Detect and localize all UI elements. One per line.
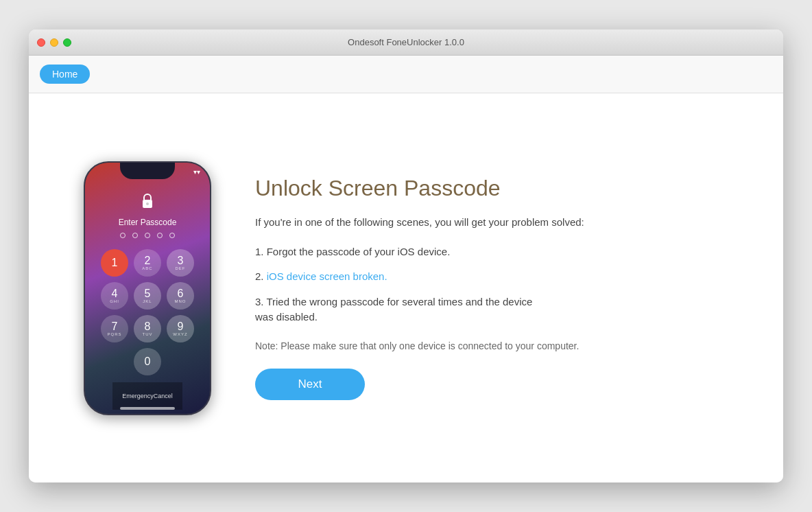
next-button[interactable]: Next (255, 369, 365, 400)
main-content: ▾▾ Enter Passcode (29, 93, 783, 482)
cancel-label: Cancel (154, 393, 173, 399)
key-2: 2 ABC (134, 249, 161, 277)
scene-3: 3. Tried the wrong passcode for several … (255, 294, 742, 325)
intro-paragraph: If you're in one of the following scenes… (255, 215, 742, 231)
app-window: Ondesoft FoneUnlocker 1.0.0 Home ▾▾ (29, 30, 783, 482)
topbar: Home (29, 56, 783, 93)
key-8: 8 TUV (134, 315, 161, 342)
dot-2 (132, 233, 138, 238)
wifi-icon: ▾▾ (193, 168, 200, 176)
key-1: 1 (101, 249, 128, 277)
info-text-panel: Unlock Screen Passcode If you're in one … (255, 176, 742, 400)
key-4: 4 GHI (101, 282, 128, 310)
phone-device: ▾▾ Enter Passcode (84, 161, 211, 415)
emergency-label: Emergency (122, 393, 154, 399)
dot-4 (157, 233, 163, 238)
dot-1 (120, 233, 126, 238)
content-area: Home ▾▾ (29, 56, 783, 482)
status-bar: ▾▾ (193, 168, 200, 176)
lock-icon-wrap (141, 193, 154, 212)
minimize-button[interactable] (50, 38, 58, 47)
scene-3-line2: was disabled. (255, 311, 318, 323)
titlebar: Ondesoft FoneUnlocker 1.0.0 (29, 30, 783, 56)
page-title: Unlock Screen Passcode (255, 176, 742, 201)
scene-2-prefix: 2. (255, 270, 267, 282)
key-3: 3 DEF (167, 249, 194, 277)
note-paragraph: Note: Please make sure that only one dev… (255, 339, 742, 353)
phone-screen: ▾▾ Enter Passcode (85, 163, 210, 414)
close-button[interactable] (37, 38, 45, 47)
key-0: 0 (134, 348, 161, 375)
scene-3-line1: 3. Tried the wrong passcode for several … (255, 296, 532, 307)
traffic-lights (37, 38, 71, 47)
scene-2: 2. iOS device screen broken. (255, 269, 742, 285)
enter-passcode-label: Enter Passcode (119, 218, 177, 227)
keypad: 1 2 ABC 3 DEF 4 (101, 249, 194, 375)
dot-5 (169, 233, 175, 238)
maximize-button[interactable] (63, 38, 71, 47)
key-7: 7 PQRS (101, 315, 128, 342)
home-indicator (120, 407, 175, 410)
svg-point-1 (146, 202, 149, 205)
key-6: 6 MNO (167, 282, 194, 310)
passcode-dots (120, 233, 175, 238)
lock-icon (141, 193, 154, 209)
phone-illustration: ▾▾ Enter Passcode (84, 161, 214, 415)
phone-bottom-bar: Emergency Cancel (112, 382, 182, 410)
key-9: 9 WXYZ (167, 315, 194, 342)
dot-3 (145, 233, 150, 238)
home-button[interactable]: Home (40, 65, 90, 84)
phone-notch (120, 163, 175, 179)
scene-2-highlight: iOS device screen broken. (267, 270, 387, 282)
scene-1: 1. Forgot the passcode of your iOS devic… (255, 244, 742, 260)
window-title: Ondesoft FoneUnlocker 1.0.0 (348, 37, 464, 47)
key-5: 5 JKL (134, 282, 161, 310)
